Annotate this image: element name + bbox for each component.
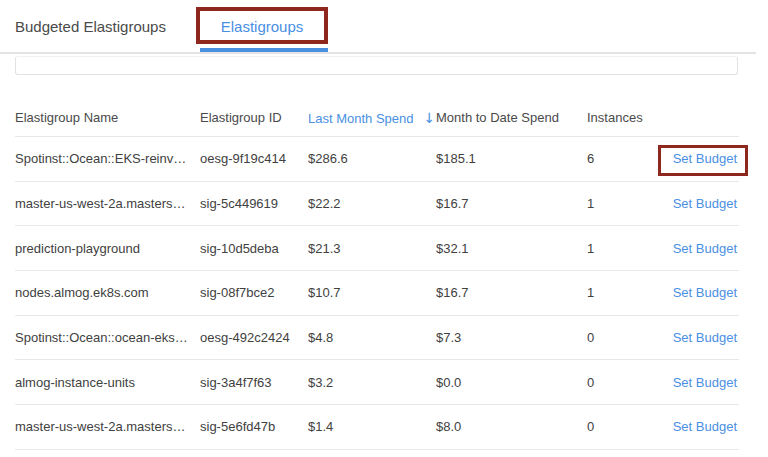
set-budget-link[interactable]: Set Budget: [673, 285, 737, 300]
elastigroup-id-cell: sig-08f7bce2: [200, 285, 308, 300]
elastigroup-id-cell: sig-5e6fd47b: [200, 419, 308, 434]
last-month-spend-cell: $21.3: [308, 241, 436, 256]
action-cell: Set Budget: [660, 196, 739, 211]
action-cell: Set Budget: [660, 241, 739, 256]
month-to-date-spend-cell: $185.1: [436, 151, 587, 166]
elastigroup-name-cell: prediction-playground: [15, 241, 200, 256]
action-cell: Set Budget: [660, 375, 739, 390]
month-to-date-spend-cell: $32.1: [436, 241, 587, 256]
last-month-spend-cell: $3.2: [308, 375, 436, 390]
set-budget-link[interactable]: Set Budget: [673, 241, 737, 256]
month-to-date-spend-cell: $7.3: [436, 330, 587, 345]
set-budget-link[interactable]: Set Budget: [673, 330, 737, 345]
column-header-last-month-spend[interactable]: Last Month Spend↓: [308, 110, 436, 126]
column-header-elastigroup-id[interactable]: Elastigroup ID: [200, 110, 308, 125]
instances-cell: 0: [587, 330, 660, 345]
table-row: Spotinst::Ocean::ocean-eks… oesg-492c242…: [15, 316, 739, 361]
filter-input[interactable]: [15, 56, 738, 75]
table-row: Spotinst::Ocean::EKS-reinv… oesg-9f19c41…: [15, 137, 739, 182]
action-cell: Set Budget: [660, 419, 739, 434]
last-month-spend-cell: $22.2: [308, 196, 436, 211]
action-cell: Set Budget: [660, 330, 739, 345]
instances-cell: 1: [587, 241, 660, 256]
instances-cell: 0: [587, 375, 660, 390]
instances-cell: 1: [587, 196, 660, 211]
column-header-instances[interactable]: Instances: [587, 110, 660, 125]
table-body: Spotinst::Ocean::EKS-reinv… oesg-9f19c41…: [15, 137, 739, 450]
elastigroups-budget-page: Budgeted Elastigroups Elastigroups Elast…: [0, 0, 768, 457]
elastigroup-name-cell: Spotinst::Ocean::EKS-reinv…: [15, 151, 200, 166]
elastigroup-id-cell: sig-10d5deba: [200, 241, 308, 256]
month-to-date-spend-cell: $8.0: [436, 419, 587, 434]
elastigroup-name-cell: almog-instance-units: [15, 375, 200, 390]
action-cell: Set Budget: [660, 285, 739, 300]
elastigroup-name-cell: Spotinst::Ocean::ocean-eks…: [15, 330, 200, 345]
month-to-date-spend-cell: $0.0: [436, 375, 587, 390]
set-budget-link[interactable]: Set Budget: [673, 375, 737, 390]
instances-cell: 0: [587, 419, 660, 434]
set-budget-link[interactable]: Set Budget: [673, 419, 737, 434]
last-month-spend-cell: $286.6: [308, 151, 436, 166]
last-month-spend-cell: $10.7: [308, 285, 436, 300]
table-row: prediction-playground sig-10d5deba $21.3…: [15, 226, 739, 271]
column-header-month-to-date-spend[interactable]: Month to Date Spend: [436, 110, 587, 125]
last-month-spend-label: Last Month Spend: [308, 111, 414, 126]
elastigroup-name-cell: master-us-west-2a.masters…: [15, 419, 200, 434]
elastigroup-name-cell: nodes.almog.ek8s.com: [15, 285, 200, 300]
table-row: nodes.almog.ek8s.com sig-08f7bce2 $10.7 …: [15, 271, 739, 316]
sort-descending-icon: ↓: [424, 110, 436, 126]
last-month-spend-cell: $4.8: [308, 330, 436, 345]
table-row: master-us-west-2a.masters… sig-5c449619 …: [15, 182, 739, 227]
tabbar-divider: [0, 52, 756, 54]
elastigroup-id-cell: oesg-492c2424: [200, 330, 308, 345]
instances-cell: 6: [587, 151, 660, 166]
tab-budgeted-elastigroups[interactable]: Budgeted Elastigroups: [15, 0, 166, 53]
instances-cell: 1: [587, 285, 660, 300]
tab-elastigroups[interactable]: Elastigroups: [196, 0, 328, 53]
set-budget-link[interactable]: Set Budget: [673, 151, 737, 166]
table-row: master-us-west-2a.masters… sig-5e6fd47b …: [15, 405, 739, 450]
elastigroup-id-cell: oesg-9f19c414: [200, 151, 308, 166]
set-budget-link[interactable]: Set Budget: [673, 196, 737, 211]
elastigroup-id-cell: sig-3a4f7f63: [200, 375, 308, 390]
elastigroup-id-cell: sig-5c449619: [200, 196, 308, 211]
month-to-date-spend-cell: $16.7: [436, 285, 587, 300]
last-month-spend-cell: $1.4: [308, 419, 436, 434]
table-row: almog-instance-units sig-3a4f7f63 $3.2 $…: [15, 360, 739, 405]
month-to-date-spend-cell: $16.7: [436, 196, 587, 211]
elastigroup-name-cell: master-us-west-2a.masters…: [15, 196, 200, 211]
table-header-row: Elastigroup Name Elastigroup ID Last Mon…: [15, 99, 739, 137]
column-header-elastigroup-name[interactable]: Elastigroup Name: [15, 110, 200, 125]
action-cell: Set Budget: [660, 151, 739, 166]
